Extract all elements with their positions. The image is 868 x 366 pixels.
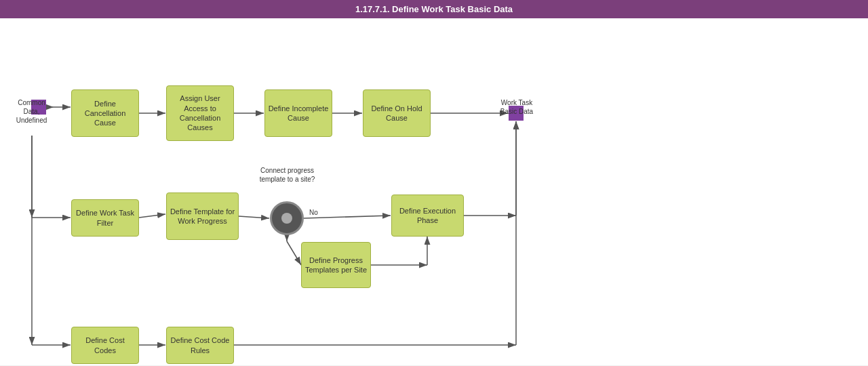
define-cost-codes-node[interactable]: Define Cost Codes bbox=[71, 327, 139, 364]
define-progress-site-node[interactable]: Define Progress Templates per Site bbox=[301, 242, 371, 288]
decision-diamond bbox=[270, 201, 304, 235]
svg-line-13 bbox=[287, 241, 301, 265]
diamond-inner bbox=[281, 213, 292, 224]
svg-line-10 bbox=[239, 216, 269, 218]
arrows-layer bbox=[0, 18, 868, 365]
svg-line-9 bbox=[139, 214, 165, 218]
define-work-filter-node[interactable]: Define Work Task Filter bbox=[71, 199, 139, 237]
page-title: 1.17.7.1. Define Work Task Basic Data bbox=[0, 0, 868, 18]
no-label: No bbox=[309, 208, 318, 217]
assign-user-node[interactable]: Assign User Access to Cancellation Cause… bbox=[166, 85, 234, 141]
define-cost-rules-node[interactable]: Define Cost Code Rules bbox=[166, 327, 234, 364]
define-execution-node[interactable]: Define Execution Phase bbox=[391, 195, 464, 237]
work-task-basic-label: Work Task Basic Data bbox=[493, 98, 540, 116]
diagram-canvas: Common Data, Undefined Define Cancellati… bbox=[0, 18, 868, 365]
define-cancellation-node[interactable]: Define Cancellation Cause bbox=[71, 89, 139, 137]
common-data-label: Common Data, Undefined bbox=[9, 98, 54, 125]
define-incomplete-node[interactable]: Define Incomplete Cause bbox=[264, 89, 332, 137]
define-template-wp-node[interactable]: Define Template for Work Progress bbox=[166, 192, 239, 240]
connect-label: Connect progress template to a site? bbox=[255, 166, 319, 184]
define-onhold-node[interactable]: Define On Hold Cause bbox=[363, 89, 431, 137]
